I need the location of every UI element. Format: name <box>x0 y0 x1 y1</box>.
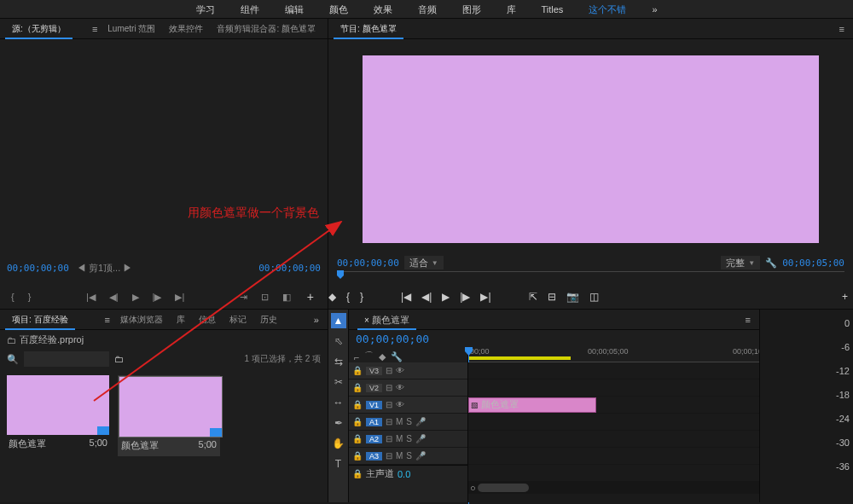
play-icon[interactable]: ▶ <box>130 290 142 304</box>
work-area-bar[interactable] <box>468 356 571 360</box>
mark-in-icon[interactable]: { <box>346 291 350 303</box>
go-out-icon[interactable]: ▶| <box>480 291 490 303</box>
lock-icon[interactable]: 🔒 <box>352 417 363 426</box>
pen-tool-icon[interactable]: ✒ <box>331 415 346 431</box>
lock-icon[interactable]: 🔒 <box>352 400 363 409</box>
go-in-icon[interactable]: |◀ <box>401 291 411 303</box>
export-frame-icon[interactable]: ◧ <box>280 290 293 304</box>
tab-media[interactable]: 媒体浏览器 <box>113 310 170 330</box>
ws-assembly[interactable]: 组件 <box>228 0 272 19</box>
ws-library[interactable]: 库 <box>494 0 529 19</box>
track-header-a1[interactable]: 🔒A1⊟MS🎤 <box>349 414 467 431</box>
hand-tool-icon[interactable]: ✋ <box>331 436 346 451</box>
add-button-icon[interactable]: + <box>837 291 853 303</box>
extract-icon[interactable]: ⊟ <box>548 291 556 303</box>
track-header-v1[interactable]: 🔒V1⊟👁 <box>349 397 467 414</box>
search-icon[interactable]: 🔍 <box>7 354 19 365</box>
program-menu-icon[interactable]: ≡ <box>836 24 848 34</box>
ws-titles[interactable]: Titles <box>529 0 577 19</box>
program-monitor[interactable] <box>363 55 819 243</box>
bin-item-selected[interactable]: 颜色遮罩5;00 <box>118 375 220 456</box>
settings-icon[interactable]: 🔧 <box>391 351 403 362</box>
ws-edit[interactable]: 编辑 <box>272 0 316 19</box>
slip-tool-icon[interactable]: ↔ <box>331 395 346 410</box>
step-back-icon[interactable]: ◀| <box>421 291 432 303</box>
panel-overflow-icon[interactable]: » <box>310 315 322 325</box>
track-header-v3[interactable]: 🔒V3⊟👁 <box>349 362 467 379</box>
tab-lib[interactable]: 库 <box>170 310 192 330</box>
tab-effectcontrols[interactable]: 效果控件 <box>162 19 210 39</box>
tab-program[interactable]: 节目: 颜色遮罩 <box>334 19 403 39</box>
project-menu-icon[interactable]: ≡ <box>102 315 113 325</box>
tab-history[interactable]: 历史 <box>253 310 284 330</box>
timeline-ruler[interactable]: 00;00 00;00;05;00 00;00;10;0 <box>468 347 759 362</box>
step-back-icon[interactable]: ◀| <box>107 290 121 304</box>
track-header-a2[interactable]: 🔒A2⊟MS🎤 <box>349 431 467 448</box>
selection-tool-icon[interactable]: ▲ <box>331 313 346 328</box>
play-icon[interactable]: ▶ <box>442 291 450 303</box>
step-fwd-icon[interactable]: |▶ <box>150 290 165 304</box>
overwrite-icon[interactable]: ⊡ <box>258 290 271 304</box>
track-select-tool-icon[interactable]: ⬁ <box>331 333 346 349</box>
ws-graphics[interactable]: 图形 <box>450 0 494 19</box>
eye-icon[interactable]: 👁 <box>396 383 404 392</box>
tab-audiomixer[interactable]: 音频剪辑混合器: 颜色遮罩 <box>210 19 322 39</box>
compare-icon[interactable]: ◫ <box>589 291 599 303</box>
timeline-scrollbar[interactable]: ○ <box>468 482 759 494</box>
timeline-timecode[interactable]: 00;00;00;00 <box>356 333 429 345</box>
snap-icon[interactable]: ⌐ <box>354 352 359 362</box>
clip-color-matte[interactable]: ▧ 颜色遮罩 <box>468 397 596 413</box>
program-ruler[interactable] <box>337 271 844 285</box>
source-menu-icon[interactable]: ≡ <box>89 24 101 34</box>
marker-tool-icon[interactable]: ◆ <box>379 351 386 362</box>
mic-icon[interactable]: 🎤 <box>415 451 426 461</box>
tab-info[interactable]: 信息 <box>192 310 223 330</box>
ripple-tool-icon[interactable]: ⇆ <box>331 354 346 369</box>
tab-source[interactable]: 源:（无剪辑） <box>5 19 73 39</box>
source-clip-nav[interactable]: ◀ 剪1顶... ▶ <box>74 260 135 276</box>
bin-item[interactable]: 颜色遮罩5;00 <box>7 375 109 453</box>
mark-out-icon[interactable]: } <box>360 291 363 303</box>
lift-icon[interactable]: ⇱ <box>529 291 537 303</box>
mic-icon[interactable]: 🎤 <box>415 417 426 426</box>
tab-markers[interactable]: 标记 <box>223 310 253 330</box>
type-tool-icon[interactable]: T <box>331 456 346 472</box>
lock-icon[interactable]: 🔒 <box>352 469 363 478</box>
add-button-icon[interactable]: + <box>302 290 319 304</box>
ws-color[interactable]: 颜色 <box>316 0 361 19</box>
track-header-v2[interactable]: 🔒V2⊟👁 <box>349 379 467 397</box>
linked-sel-icon[interactable]: ⌒ <box>364 350 374 362</box>
settings-icon[interactable]: 🔧 <box>765 258 777 269</box>
tab-sequence[interactable]: × 颜色遮罩 <box>357 310 416 330</box>
ws-audio[interactable]: 音频 <box>405 0 450 19</box>
go-in-icon[interactable]: |◀ <box>84 290 98 304</box>
sequence-menu-icon[interactable]: ≡ <box>742 315 754 325</box>
eye-icon[interactable]: 👁 <box>396 366 404 375</box>
mic-icon[interactable]: 🎤 <box>415 434 426 443</box>
tab-lumetri[interactable]: Lumetri 范围 <box>101 19 162 39</box>
mark-out-icon[interactable]: } <box>26 290 34 304</box>
ws-effects[interactable]: 效果 <box>361 0 405 19</box>
eye-icon[interactable]: 👁 <box>396 400 404 409</box>
tab-project[interactable]: 项目: 百度经验 <box>5 310 75 330</box>
timeline-lanes[interactable]: ▧ 颜色遮罩 ○ <box>468 362 759 502</box>
lock-icon[interactable]: 🔒 <box>352 451 363 461</box>
fit-select[interactable]: 适合▼ <box>404 256 444 269</box>
track-header-a3[interactable]: 🔒A3⊟MS🎤 <box>349 448 467 465</box>
program-playhead[interactable] <box>337 270 344 279</box>
filter-bin-icon[interactable]: 🗀 <box>114 354 124 364</box>
ws-custom[interactable]: 这个不错 <box>576 0 639 19</box>
ws-more-icon[interactable]: » <box>639 0 670 19</box>
quality-select[interactable]: 完整▼ <box>721 256 760 269</box>
add-marker-icon[interactable]: ◆ <box>328 291 336 303</box>
mark-in-icon[interactable]: { <box>9 290 17 304</box>
export-frame-icon[interactable]: 📷 <box>566 291 579 303</box>
search-input[interactable] <box>24 351 109 367</box>
go-out-icon[interactable]: ▶| <box>172 290 187 304</box>
insert-icon[interactable]: ⇥ <box>237 290 250 304</box>
lock-icon[interactable]: 🔒 <box>352 383 363 392</box>
razor-tool-icon[interactable]: ✂ <box>331 374 346 390</box>
lock-icon[interactable]: 🔒 <box>352 366 363 375</box>
lock-icon[interactable]: 🔒 <box>352 434 363 443</box>
step-fwd-icon[interactable]: |▶ <box>460 291 470 303</box>
